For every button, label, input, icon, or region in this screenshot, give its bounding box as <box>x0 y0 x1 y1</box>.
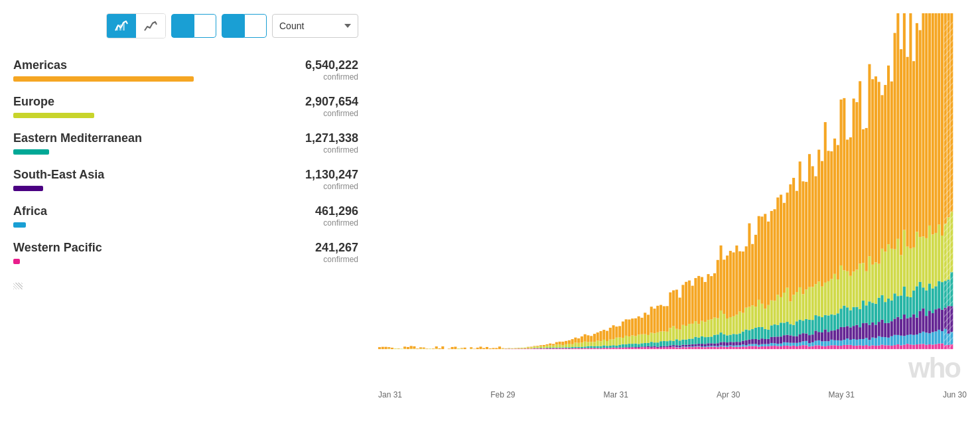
svg-rect-588 <box>840 327 843 340</box>
chart-type-bar-button[interactable] <box>107 14 136 38</box>
svg-rect-410 <box>745 308 748 330</box>
x-axis-label: Feb 29 <box>490 390 515 399</box>
svg-rect-660 <box>878 322 880 336</box>
svg-rect-597 <box>843 98 845 271</box>
region-bar <box>13 259 20 264</box>
svg-rect-114 <box>565 348 567 349</box>
svg-rect-479 <box>783 342 786 346</box>
svg-rect-350 <box>713 318 716 335</box>
svg-rect-444 <box>764 339 766 344</box>
svg-rect-432 <box>758 340 760 345</box>
svg-rect-24 <box>419 347 422 348</box>
svg-rect-668 <box>880 249 883 295</box>
svg-rect-234 <box>650 346 653 348</box>
svg-rect-348 <box>713 344 716 346</box>
svg-rect-49 <box>492 348 494 349</box>
svg-rect-559 <box>824 315 827 330</box>
svg-rect-129 <box>574 338 577 343</box>
svg-rect-739 <box>919 282 922 311</box>
svg-rect-679 <box>887 299 890 323</box>
svg-rect-64 <box>520 348 523 349</box>
svg-rect-146 <box>590 348 593 349</box>
svg-rect-214 <box>638 347 640 348</box>
svg-rect-750 <box>925 316 928 332</box>
svg-rect-406 <box>745 346 748 349</box>
svg-rect-570 <box>830 330 833 340</box>
svg-rect-190 <box>622 344 624 348</box>
svg-rect-112 <box>561 345 564 347</box>
svg-rect-336 <box>707 343 709 346</box>
svg-rect-585 <box>837 145 839 279</box>
svg-rect-402 <box>742 341 744 345</box>
svg-rect-40 <box>464 348 466 349</box>
svg-rect-754 <box>928 344 931 349</box>
svg-rect-565 <box>827 315 829 332</box>
svg-rect-411 <box>745 246 748 307</box>
svg-rect-704 <box>900 255 902 295</box>
region-bar-container <box>13 259 279 264</box>
svg-rect-316 <box>697 346 700 349</box>
svg-rect-387 <box>733 252 735 316</box>
svg-rect-598 <box>846 345 849 349</box>
svg-rect-238 <box>653 348 656 350</box>
svg-rect-318 <box>697 344 700 346</box>
svg-rect-342 <box>710 343 713 346</box>
x-axis-label: Mar 31 <box>604 390 628 399</box>
daily-button[interactable] <box>171 14 194 38</box>
svg-rect-415 <box>748 330 750 340</box>
svg-rect-545 <box>817 340 820 346</box>
svg-rect-458 <box>770 301 773 326</box>
svg-rect-45 <box>479 346 482 349</box>
svg-rect-773 <box>938 330 940 344</box>
svg-rect-145 <box>587 335 589 342</box>
svg-rect-692 <box>894 249 896 294</box>
svg-rect-325 <box>701 336 703 344</box>
controls-bar: Count <box>106 13 358 38</box>
metric-toggle-group <box>222 14 267 38</box>
svg-rect-681 <box>887 66 890 244</box>
svg-rect-386 <box>733 317 735 334</box>
count-dropdown[interactable]: Count <box>272 14 358 38</box>
svg-rect-422 <box>751 305 754 329</box>
svg-rect-167 <box>606 346 608 348</box>
svg-rect-158 <box>599 348 602 349</box>
svg-rect-134 <box>581 348 583 349</box>
weekly-button[interactable] <box>194 14 216 38</box>
chart-type-line-button[interactable] <box>136 14 165 38</box>
svg-rect-165 <box>602 330 605 340</box>
svg-rect-32 <box>438 348 441 349</box>
svg-rect-309 <box>691 286 694 324</box>
svg-rect-577 <box>833 315 836 330</box>
svg-rect-297 <box>685 282 687 326</box>
svg-rect-329 <box>704 346 707 347</box>
svg-rect-477 <box>780 194 782 297</box>
svg-rect-67 <box>524 348 526 348</box>
svg-rect-533 <box>811 342 814 346</box>
svg-rect-337 <box>707 337 709 344</box>
svg-rect-430 <box>758 347 760 350</box>
svg-rect-235 <box>650 342 653 346</box>
region-count: 241,267 <box>292 241 358 255</box>
svg-rect-139 <box>584 346 587 348</box>
deaths-button[interactable] <box>244 14 267 38</box>
svg-rect-33 <box>441 346 444 349</box>
svg-rect-612 <box>853 326 855 339</box>
svg-rect-344 <box>710 319 713 336</box>
svg-rect-213 <box>638 348 640 349</box>
svg-rect-752 <box>925 238 928 291</box>
svg-rect-723 <box>909 13 912 249</box>
svg-rect-144 <box>587 342 589 346</box>
svg-rect-640 <box>868 346 871 349</box>
svg-rect-645 <box>868 64 871 257</box>
cases-button[interactable] <box>222 14 244 38</box>
svg-rect-17 <box>407 347 409 349</box>
svg-rect-599 <box>846 338 849 345</box>
svg-rect-518 <box>802 294 804 320</box>
svg-rect-258 <box>666 347 669 349</box>
svg-rect-290 <box>681 325 684 340</box>
svg-rect-624 <box>859 327 861 339</box>
svg-rect-30 <box>435 348 438 349</box>
svg-rect-253 <box>663 347 665 349</box>
svg-rect-673 <box>884 302 886 323</box>
svg-rect-270 <box>672 345 675 346</box>
